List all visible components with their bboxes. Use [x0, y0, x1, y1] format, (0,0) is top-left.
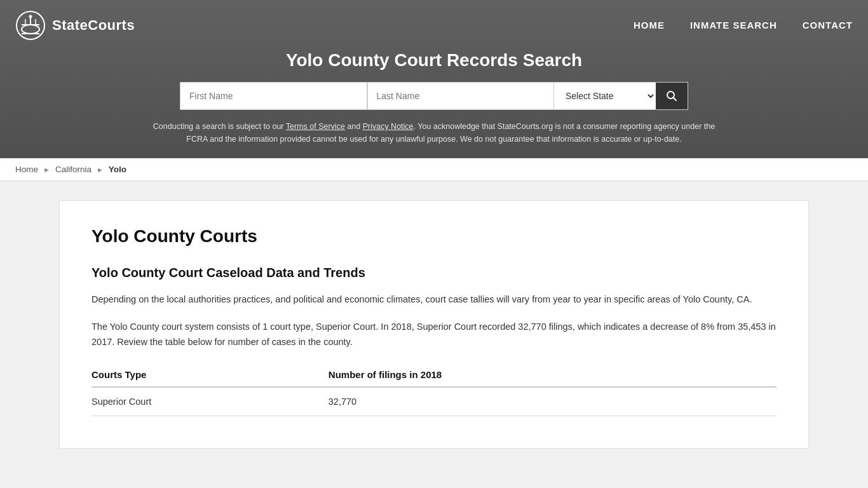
filings-table: Courts Type Number of filings in 2018 Su…	[92, 363, 776, 416]
county-title: Yolo County Courts	[92, 226, 776, 247]
nav-links: HOME INMATE SEARCH CONTACT	[634, 20, 853, 30]
site-header: StateCourts HOME INMATE SEARCH CONTACT Y…	[0, 0, 868, 158]
breadcrumb-separator-2: ►	[97, 166, 104, 173]
state-select[interactable]: Select State Alabama Alaska Arizona Arka…	[554, 83, 656, 109]
svg-point-7	[29, 15, 32, 18]
breadcrumb-separator-1: ►	[43, 166, 50, 173]
cell-court-type: Superior Court	[92, 387, 329, 416]
disclaimer-before-tos: Conducting a search is subject to our	[153, 122, 286, 131]
search-icon	[666, 90, 677, 102]
breadcrumb-home[interactable]: Home	[15, 165, 38, 174]
top-navigation: StateCourts HOME INMATE SEARCH CONTACT	[0, 0, 868, 50]
search-button[interactable]	[656, 83, 688, 109]
paragraph-1: Depending on the local authorities pract…	[92, 292, 776, 308]
cell-filings: 32,770	[329, 387, 776, 416]
privacy-notice-link[interactable]: Privacy Notice	[363, 122, 414, 131]
disclaimer-between: and	[345, 122, 363, 131]
breadcrumb-county: Yolo	[109, 165, 126, 174]
first-name-input[interactable]	[180, 83, 367, 109]
breadcrumb-state[interactable]: California	[55, 165, 92, 174]
terms-of-service-link[interactable]: Terms of Service	[286, 122, 345, 131]
logo-icon	[15, 10, 46, 41]
search-bar: Select State Alabama Alaska Arizona Arka…	[180, 82, 688, 110]
table-header-row: Courts Type Number of filings in 2018	[92, 363, 776, 387]
logo-text: StateCourts	[52, 17, 135, 34]
nav-inmate-search[interactable]: INMATE SEARCH	[690, 20, 777, 30]
breadcrumb: Home ► California ► Yolo	[0, 158, 868, 181]
last-name-input[interactable]	[368, 83, 554, 109]
nav-home[interactable]: HOME	[634, 20, 665, 30]
disclaimer-text: Conducting a search is subject to our Te…	[148, 120, 720, 146]
svg-line-9	[674, 98, 677, 101]
main-content: Yolo County Courts Yolo County Court Cas…	[59, 200, 809, 449]
section-title: Yolo County Court Caseload Data and Tren…	[92, 266, 776, 280]
col-filings: Number of filings in 2018	[329, 363, 776, 387]
nav-contact[interactable]: CONTACT	[803, 20, 853, 30]
page-title: Yolo County Court Records Search	[15, 50, 853, 71]
svg-point-1	[22, 25, 39, 34]
table-row: Superior Court 32,770	[92, 387, 776, 416]
site-logo[interactable]: StateCourts	[15, 10, 135, 41]
paragraph-2: The Yolo County court system consists of…	[92, 319, 776, 350]
search-section: Yolo County Court Records Search Select …	[0, 50, 868, 158]
col-courts-type: Courts Type	[92, 363, 329, 387]
